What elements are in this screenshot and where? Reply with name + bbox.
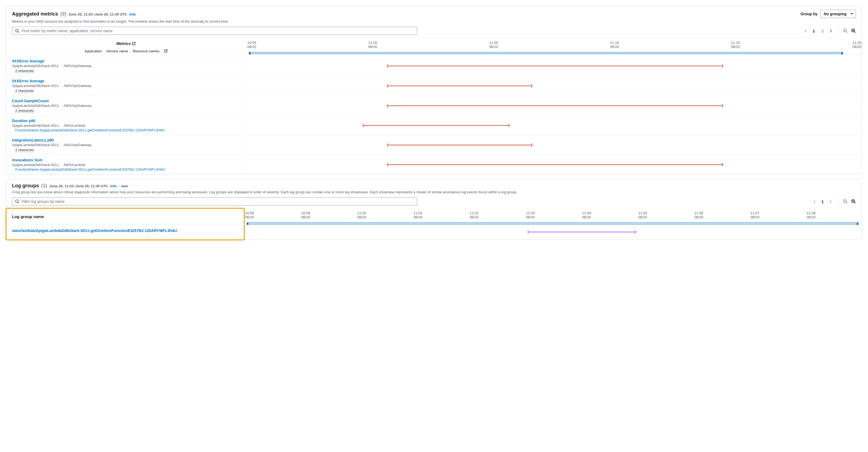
aggregated-info-link[interactable]: Info	[129, 12, 136, 17]
svg-point-0	[16, 29, 18, 32]
metric-name-link[interactable]: Duration p90	[12, 119, 240, 123]
metrics-next-page[interactable]: ›	[829, 27, 833, 34]
metric-row: 5XXError AverageApigwLambdaDdbStack-0011…	[6, 76, 862, 96]
metric-service: AWS/Lambda	[64, 123, 85, 128]
loggroups-range-bar[interactable]	[247, 222, 858, 224]
timeline-tick: 11:2006/20	[850, 41, 862, 54]
loggroups-info-link[interactable]: Info	[110, 184, 117, 188]
metric-service: AWS/ApiGateway	[64, 143, 92, 147]
zoom-out-icon[interactable]	[843, 28, 848, 33]
metric-name-link[interactable]: Invocations Sum	[12, 158, 240, 162]
metric-function-link[interactable]: FunctionName:ApigwLambdaDdbStack-0011-ge…	[15, 128, 221, 132]
aggregated-title: Aggregated metrics	[12, 11, 58, 17]
metrics-column-title: Metrics	[116, 41, 131, 46]
external-link-icon[interactable]	[164, 49, 168, 53]
zoom-out-icon[interactable]	[843, 199, 848, 204]
loggroup-name-link[interactable]: /aws/lambda/ApigwLambdaDdbStack-0011-get…	[12, 229, 238, 233]
metric-row: Count SampleCountApigwLambdaDdbStack-001…	[6, 96, 862, 116]
metric-application: ApigwLambdaDdbStack-0011	[12, 103, 61, 108]
loggroup-highlight-box: Log group name /aws/lambda/ApigwLambdaDd…	[5, 208, 245, 240]
metric-name-link[interactable]: 4XXError Average	[12, 59, 240, 63]
metric-anomaly-bar	[363, 125, 509, 126]
metric-anomaly-bar	[388, 106, 723, 106]
metrics-range-bar[interactable]	[249, 52, 843, 54]
pager-separator	[838, 28, 838, 34]
metrics-search-input[interactable]	[22, 29, 414, 33]
metric-service: AWS/ApiGateway	[64, 84, 92, 88]
aggregated-metrics-panel: Aggregated metrics (9) June 20, 11:03–Ju…	[6, 6, 862, 175]
metric-resources-link[interactable]: 2 resources	[15, 109, 34, 113]
metric-service: AWS/ApiGateway	[64, 64, 92, 68]
metric-function-link[interactable]: FunctionName:ApigwLambdaDdbStack-0011-ge…	[15, 168, 221, 172]
svg-line-14	[846, 202, 847, 203]
metric-application: ApigwLambdaDdbStack-0011	[12, 123, 61, 128]
metric-row: IntegrationLatency p90ApigwLambdaDdbStac…	[6, 135, 862, 155]
svg-line-3	[846, 32, 847, 33]
loggroups-next-page[interactable]: ›	[829, 198, 833, 205]
metric-anomaly-bar	[388, 164, 723, 165]
group-by-select[interactable]: No grouping	[820, 10, 856, 18]
loggroups-time-range: June 20, 11:03–June 20, 11:45 UTC	[49, 184, 108, 188]
metric-application: ApigwLambdaDdbStack-0011	[12, 163, 61, 167]
metrics-page-2[interactable]: 2	[820, 29, 825, 33]
external-link-icon[interactable]	[132, 42, 136, 46]
aggregated-description: Metrics in your AWS account are analyzed…	[12, 19, 856, 24]
pager-separator	[838, 198, 838, 205]
sub-header-service: Service name	[106, 49, 130, 53]
loggroups-title: Log groups	[12, 183, 39, 189]
metric-application: ApigwLambdaDdbStack-0011	[12, 84, 61, 88]
metric-anomaly-bar	[388, 66, 723, 66]
loggroup-anomaly-bar	[528, 232, 636, 232]
svg-line-1	[18, 32, 19, 33]
svg-point-11	[16, 200, 18, 203]
group-by-value: No grouping	[824, 12, 846, 16]
metrics-prev-page[interactable]: ‹	[804, 27, 808, 34]
sub-header-resources: Resource names	[133, 49, 162, 53]
metric-application: ApigwLambdaDdbStack-0011	[12, 143, 61, 147]
svg-line-10	[166, 50, 167, 51]
metric-row: 4XXError AverageApigwLambdaDdbStack-0011…	[6, 56, 862, 76]
search-icon	[15, 199, 19, 204]
log-groups-panel: Log groups (1) June 20, 11:03–June 20, 1…	[6, 179, 862, 240]
metric-name-link[interactable]: IntegrationLatency p90	[12, 138, 240, 142]
metrics-page-1[interactable]: 1	[811, 29, 816, 33]
group-by-label: Group by	[801, 12, 817, 16]
metric-name-link[interactable]: Count SampleCount	[12, 99, 240, 103]
metric-row: Invocations SumApigwLambdaDdbStack-0011A…	[6, 155, 862, 174]
aggregated-count: (9)	[60, 11, 66, 17]
metric-service: AWS/Lambda	[64, 163, 85, 167]
metric-resources-link[interactable]: 2 resources	[15, 148, 34, 152]
metric-application: ApigwLambdaDdbStack-0011	[12, 64, 61, 68]
loggroups-count: (1)	[41, 183, 47, 189]
metrics-search-box[interactable]	[12, 27, 417, 35]
svg-line-9	[133, 42, 135, 44]
zoom-in-icon[interactable]	[851, 28, 856, 33]
loggroups-prev-page[interactable]: ‹	[812, 198, 816, 205]
metric-name-link[interactable]: 5XXError Average	[12, 79, 240, 83]
loggroups-page-1[interactable]: 1	[820, 199, 825, 204]
metric-resources-link[interactable]: 2 resources	[15, 69, 34, 73]
svg-line-6	[855, 32, 856, 33]
metric-row: Duration p90ApigwLambdaDdbStack-0011AWS/…	[6, 116, 862, 135]
loggroups-search-input[interactable]	[22, 199, 414, 204]
metric-resources-link[interactable]: 2 resources	[15, 89, 34, 93]
metric-anomaly-bar	[388, 145, 532, 145]
loggroup-column-header: Log group name	[6, 209, 244, 224]
zoom-in-icon[interactable]	[851, 199, 856, 204]
search-icon	[15, 29, 19, 33]
metric-anomaly-bar	[388, 86, 532, 86]
loggroups-search-box[interactable]	[12, 198, 417, 206]
sub-header-application: Application	[85, 49, 104, 53]
svg-line-12	[18, 202, 19, 203]
loggroups-description: A log group lets you know about critical…	[12, 190, 856, 194]
svg-line-17	[855, 202, 856, 203]
aggregated-time-range: June 20, 11:03–June 20, 11:45 UTC	[68, 12, 127, 17]
loggroups-new-badge: - new	[119, 184, 128, 188]
metric-service: AWS/ApiGateway	[64, 103, 92, 108]
